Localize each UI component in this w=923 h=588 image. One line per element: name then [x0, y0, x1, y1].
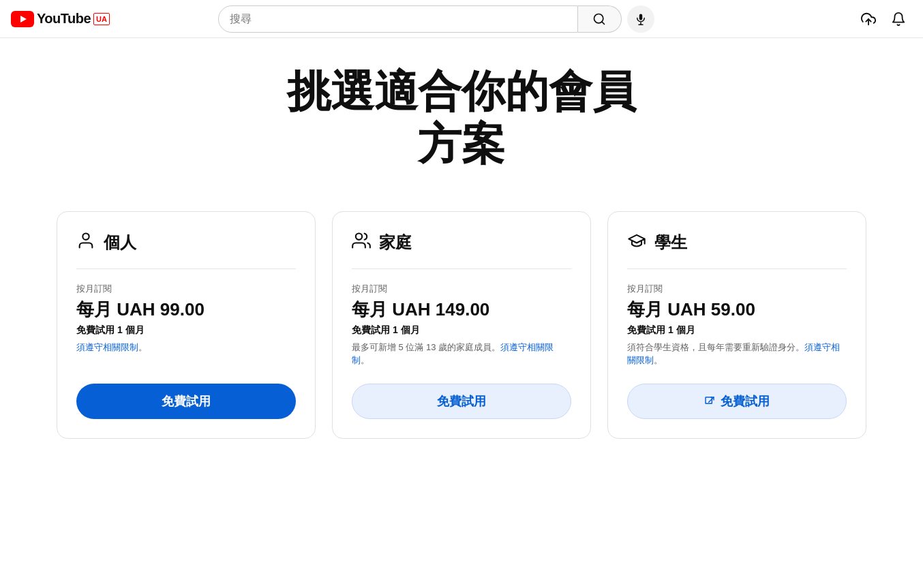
family-billing-label: 按月訂閱 [352, 283, 571, 295]
svg-point-8 [82, 233, 89, 239]
search-icon [592, 12, 606, 26]
individual-card-header: 個人 [76, 231, 296, 269]
search-area [218, 5, 654, 33]
student-price: 每月 UAH 59.00 [627, 298, 847, 322]
student-plan-card: 學生 按月訂閱 每月 UAH 59.00 免費試用 1 個月 須符合學生資格，且… [607, 211, 866, 439]
student-terms: 須符合學生資格，且每年需要重新驗證身分。須遵守相關限制。 [627, 341, 847, 367]
individual-price: 每月 UAH 99.00 [76, 298, 296, 322]
search-input[interactable] [230, 13, 566, 25]
student-billing-label: 按月訂閱 [627, 283, 847, 295]
page-title: 挑選適合你的會員方案 [287, 65, 636, 170]
search-input-wrap [218, 5, 578, 33]
family-icon [352, 231, 371, 255]
microphone-icon [635, 13, 647, 25]
individual-plan-title: 個人 [104, 232, 136, 253]
student-plan-title: 學生 [654, 232, 687, 253]
upload-button[interactable] [855, 5, 882, 33]
student-cta-button[interactable]: 免費試用 [627, 384, 847, 419]
person-icon [76, 231, 95, 255]
plans-row: 個人 按月訂閱 每月 UAH 99.00 免費試用 1 個月 須遵守相關限制。 … [52, 211, 871, 439]
logo-area[interactable]: YouTube UA [11, 11, 110, 27]
family-card-header: 家庭 [352, 231, 571, 269]
family-plan-title: 家庭 [379, 232, 412, 253]
family-terms-link[interactable]: 須遵守相關限制 [352, 342, 554, 366]
family-price: 每月 UAH 149.00 [352, 298, 571, 322]
main-content: 挑選適合你的會員方案 個人 按月訂閱 每月 UAH 99.00 免費試用 1 個… [0, 38, 923, 480]
family-cta-button[interactable]: 免費試用 [352, 384, 571, 419]
individual-trial: 免費試用 1 個月 [76, 324, 296, 337]
search-button[interactable] [578, 5, 622, 33]
individual-terms: 須遵守相關限制。 [76, 341, 296, 354]
upload-icon [861, 12, 876, 27]
bell-icon [891, 12, 906, 27]
individual-plan-card: 個人 按月訂閱 每月 UAH 99.00 免費試用 1 個月 須遵守相關限制。 … [57, 211, 316, 439]
family-terms: 最多可新增 5 位滿 13 歲的家庭成員。須遵守相關限制。 [352, 341, 571, 367]
youtube-logo-icon [11, 11, 34, 27]
external-link-icon [704, 396, 715, 407]
microphone-button[interactable] [627, 5, 654, 33]
svg-point-9 [356, 233, 362, 239]
site-header: YouTube UA [0, 0, 923, 38]
student-card-header: 學生 [627, 231, 847, 269]
individual-billing-label: 按月訂閱 [76, 283, 296, 295]
individual-cta-button[interactable]: 免費試用 [76, 384, 296, 419]
notifications-button[interactable] [885, 5, 912, 33]
ua-badge: UA [93, 13, 110, 25]
graduation-icon [627, 231, 646, 255]
family-trial: 免費試用 1 個月 [352, 324, 571, 337]
svg-rect-4 [639, 14, 643, 20]
family-plan-card: 家庭 按月訂閱 每月 UAH 149.00 免費試用 1 個月 最多可新增 5 … [332, 211, 591, 439]
student-trial: 免費試用 1 個月 [627, 324, 847, 337]
individual-terms-link[interactable]: 須遵守相關限制 [76, 342, 138, 352]
youtube-wordmark: YouTube [37, 11, 91, 27]
header-right-icons [855, 5, 912, 33]
svg-line-3 [602, 21, 605, 24]
